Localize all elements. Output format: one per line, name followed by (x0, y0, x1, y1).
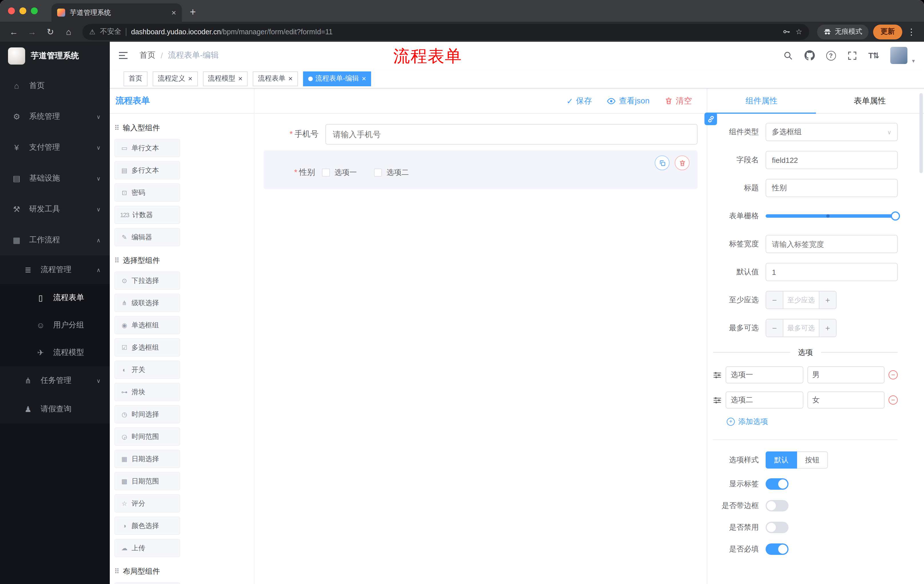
decrease-button[interactable]: − (766, 291, 783, 309)
default-value-input[interactable] (766, 263, 898, 281)
field-name-input[interactable] (766, 151, 898, 169)
palette-item[interactable]: ⊡ 密码 (114, 183, 180, 202)
link-chip[interactable] (705, 113, 717, 125)
gender-option-checkbox[interactable]: 选项一 (322, 168, 357, 178)
option-label-input[interactable] (726, 366, 803, 383)
min-select-stepper[interactable]: − 至少应选 + (766, 291, 837, 309)
sidebar-menu-item[interactable]: ⚒ 研发工具 ∨ (0, 194, 110, 225)
tag[interactable]: 流程定义 × (153, 71, 198, 86)
delete-field-button[interactable] (675, 155, 690, 170)
palette-item[interactable]: ◐ 开关 (114, 360, 180, 379)
save-button[interactable]: ✓ 保存 (566, 96, 592, 106)
window-minimize-button[interactable] (20, 7, 26, 14)
window-zoom-button[interactable] (31, 7, 38, 14)
palette-item[interactable]: ◷ 时间选择 (114, 405, 180, 423)
sidebar-menu-item[interactable]: ▦ 工作流程 ∧ (0, 225, 110, 255)
help-icon[interactable]: ? (826, 51, 836, 60)
tag[interactable]: 流程模型 × (203, 71, 248, 86)
palette-item[interactable]: ▩ 日期范围 (114, 472, 180, 490)
canvas-field-phone[interactable]: *手机号 (264, 124, 698, 145)
stepper-placeholder[interactable]: 至少应选 (783, 291, 819, 309)
github-icon[interactable] (804, 50, 815, 61)
remove-option-button[interactable]: − (889, 395, 898, 405)
sidebar-menu-item[interactable]: ¥ 支付管理 ∨ (0, 132, 110, 163)
bookmark-star-icon[interactable]: ☆ (795, 28, 802, 36)
password-key-icon[interactable] (782, 28, 791, 36)
tab-component-props[interactable]: 组件属性 (707, 89, 816, 113)
option-drag-handle-icon[interactable] (713, 396, 722, 404)
palette-item[interactable]: ◉ 单选框组 (114, 316, 180, 334)
phone-input[interactable] (325, 124, 698, 145)
browser-menu-icon[interactable]: ⋮ (904, 26, 918, 37)
stepper-placeholder[interactable]: 最多可选 (783, 319, 819, 337)
palette-item[interactable]: ◑ 颜色选择 (114, 517, 180, 535)
palette-item[interactable]: ⊙ 下拉选择 (114, 271, 180, 290)
canvas-field-gender-selected[interactable]: *性别 选项一 (264, 150, 698, 189)
reload-icon[interactable]: ↻ (42, 24, 58, 40)
increase-button[interactable]: + (819, 291, 836, 309)
search-icon[interactable] (783, 51, 793, 60)
breadcrumb-home[interactable]: 首页 (140, 50, 155, 61)
form-grid-slider[interactable] (766, 207, 898, 225)
hamburger-icon[interactable] (119, 50, 129, 61)
palette-item[interactable]: ⊶ 滑块 (114, 383, 180, 401)
palette-item[interactable]: ▭ 单行文本 (114, 139, 180, 157)
sidebar-menu-item[interactable]: ⚙ 系统管理 ∨ (0, 101, 110, 132)
checkbox-icon[interactable] (374, 169, 382, 176)
label-width-input[interactable] (766, 235, 898, 253)
view-json-button[interactable]: 查看json (607, 96, 650, 106)
remove-option-button[interactable]: − (889, 370, 898, 380)
sidebar-menu-item[interactable]: ▯ 流程表单 (0, 284, 110, 311)
toggle-switch[interactable] (766, 543, 789, 555)
tag[interactable]: 流程表单 × (253, 71, 298, 86)
font-size-icon[interactable]: T⇅ (868, 51, 879, 60)
tag-close-icon[interactable]: × (288, 75, 292, 82)
slider-handle[interactable] (891, 211, 900, 220)
checkbox-icon[interactable] (322, 169, 330, 176)
clear-button[interactable]: 清空 (664, 96, 692, 106)
max-select-stepper[interactable]: − 最多可选 + (766, 319, 837, 337)
back-icon[interactable]: ← (6, 24, 22, 40)
sidebar-menu-item[interactable]: ⋔ 任务管理 ∨ (0, 366, 110, 395)
not-secure-label[interactable]: 不安全 (100, 27, 122, 36)
palette-item[interactable]: ⋔ 级联选择 (114, 294, 180, 312)
palette-item[interactable]: ▤ 多行文本 (114, 161, 180, 179)
palette-item[interactable]: ☆ 评分 (114, 494, 180, 513)
duplicate-field-button[interactable] (655, 155, 670, 170)
palette-item[interactable]: ☑ 多选框组 (114, 338, 180, 357)
toggle-switch[interactable] (766, 478, 789, 490)
palette-item[interactable]: ✎ 编辑器 (114, 228, 180, 246)
palette-item[interactable]: ◫ 行容器 (114, 582, 180, 584)
tag[interactable]: 首页 (124, 71, 147, 86)
option-value-input[interactable] (807, 366, 884, 383)
home-icon[interactable]: ⌂ (61, 24, 77, 40)
sidebar-menu-item[interactable]: ✈ 流程模型 (0, 339, 110, 366)
sidebar-menu-item[interactable]: ≣ 流程管理 ∧ (0, 255, 110, 284)
add-option-button[interactable]: + 添加选项 (727, 416, 898, 427)
tag-close-icon[interactable]: × (238, 75, 243, 82)
tag[interactable]: 流程表单-编辑 × (303, 71, 371, 86)
fullscreen-icon[interactable] (847, 51, 857, 60)
option-drag-handle-icon[interactable] (713, 370, 722, 379)
avatar[interactable] (890, 47, 908, 64)
option-label-input[interactable] (726, 392, 803, 409)
tag-close-icon[interactable]: × (362, 75, 366, 82)
palette-item[interactable]: ▦ 日期选择 (114, 450, 180, 468)
avatar-caret-icon[interactable]: ▾ (912, 58, 915, 64)
title-input[interactable] (766, 179, 898, 197)
forward-icon[interactable]: → (24, 24, 40, 40)
style-button-button[interactable]: 按钮 (797, 451, 828, 469)
scrollbar-thumb[interactable] (919, 114, 923, 173)
toggle-switch[interactable] (766, 500, 789, 512)
component-type-select[interactable]: 多选框组 ∨ (766, 123, 898, 141)
slider-track[interactable] (766, 214, 898, 218)
address-bar[interactable]: ⚠ 不安全 dashboard.yudao.iocoder.cn/bpm/man… (82, 24, 809, 40)
sidebar-menu-item[interactable]: ▤ 基础设施 ∨ (0, 163, 110, 194)
style-default-button[interactable]: 默认 (766, 451, 797, 469)
sidebar-menu-item[interactable]: ☺ 用户分组 (0, 311, 110, 339)
increase-button[interactable]: + (819, 319, 836, 337)
palette-item[interactable]: ☁ 上传 (114, 539, 180, 557)
palette-item[interactable]: ◶ 时间范围 (114, 428, 180, 446)
sidebar-menu-item[interactable]: ⌂ 首页 (0, 70, 110, 101)
toggle-switch[interactable] (766, 522, 789, 533)
